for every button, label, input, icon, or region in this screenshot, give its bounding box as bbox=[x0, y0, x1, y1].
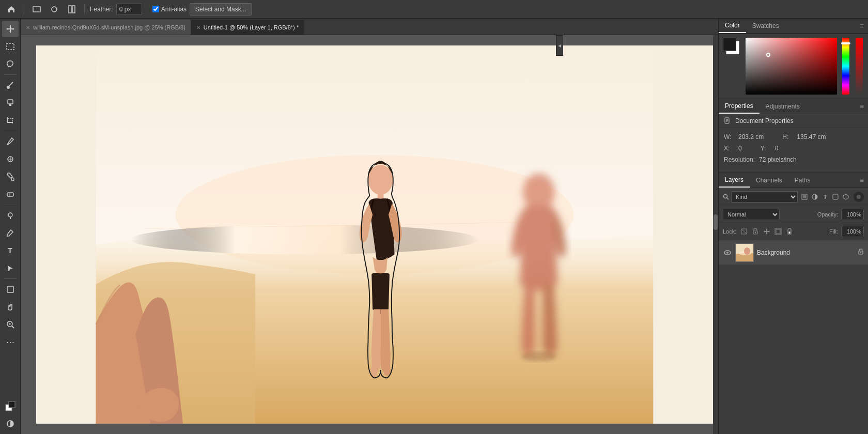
filter-toggle[interactable] bbox=[854, 192, 864, 202]
text-tool-btn[interactable]: T bbox=[2, 242, 19, 259]
eyedropper-tool-btn[interactable] bbox=[2, 133, 19, 150]
svg-rect-8 bbox=[8, 100, 13, 104]
dodge-tool-btn[interactable] bbox=[2, 207, 19, 224]
properties-tab[interactable]: Properties bbox=[719, 99, 760, 114]
filter-pixel-icon[interactable] bbox=[800, 192, 809, 202]
search-icon bbox=[723, 194, 729, 200]
svg-point-38 bbox=[368, 165, 393, 195]
svg-point-68 bbox=[860, 252, 861, 253]
color-swatches[interactable] bbox=[723, 38, 741, 56]
stamp-tool-btn[interactable] bbox=[2, 95, 19, 111]
adjustments-tab[interactable]: Adjustments bbox=[760, 100, 806, 113]
quick-mask-btn[interactable] bbox=[2, 415, 19, 432]
opacity-input[interactable] bbox=[841, 209, 864, 220]
lock-pixels-btn[interactable] bbox=[751, 227, 760, 236]
path-select-btn[interactable] bbox=[2, 260, 19, 276]
layer-visibility-toggle[interactable] bbox=[723, 248, 732, 257]
panel-collapse-button[interactable]: ◀ bbox=[556, 35, 563, 56]
tool-sep-2 bbox=[4, 131, 17, 131]
filter-shape-icon[interactable] bbox=[831, 192, 840, 202]
filter-adjustment-icon[interactable] bbox=[810, 192, 819, 202]
tool-sep-3 bbox=[4, 205, 17, 205]
marquee-tool-btn[interactable] bbox=[2, 38, 19, 55]
color-panel-menu[interactable]: ≡ bbox=[856, 20, 868, 32]
lock-artboard-btn[interactable] bbox=[773, 227, 783, 236]
blend-mode-select[interactable]: Normal bbox=[723, 209, 780, 220]
scrollbar-thumb[interactable] bbox=[714, 214, 718, 230]
doc-icon bbox=[724, 117, 731, 125]
top-toolbar: Feather: Anti-alias Select and Mask... bbox=[0, 0, 868, 19]
eraser-tool-btn[interactable] bbox=[2, 186, 19, 203]
brush-tool-btn[interactable] bbox=[2, 77, 19, 94]
svg-rect-5 bbox=[7, 43, 14, 50]
tab-2[interactable]: ✕ Untitled-1 @ 50% (Layer 1, RGB/8*) * bbox=[191, 20, 304, 35]
tool-sep-4 bbox=[4, 278, 17, 279]
layer-thumbnail bbox=[735, 243, 754, 262]
lasso-tool-btn[interactable] bbox=[2, 56, 19, 72]
svg-point-43 bbox=[521, 351, 556, 361]
svg-rect-51 bbox=[803, 195, 806, 198]
filter-smart-icon[interactable] bbox=[841, 192, 850, 202]
channels-tab[interactable]: Channels bbox=[750, 174, 788, 187]
filter-kind-select[interactable]: Kind bbox=[731, 191, 798, 203]
background-layer-item[interactable]: Background bbox=[719, 240, 868, 265]
lock-bar: Lock: bbox=[719, 223, 868, 240]
color-picker-cursor[interactable] bbox=[766, 53, 770, 57]
paths-tab[interactable]: Paths bbox=[788, 174, 817, 187]
canvas-viewport[interactable]: ◀ bbox=[21, 35, 718, 434]
lock-transparent-btn[interactable] bbox=[739, 227, 749, 236]
props-panel-menu[interactable]: ≡ bbox=[856, 100, 868, 113]
healing-tool-btn[interactable] bbox=[2, 151, 19, 167]
layers-panel-menu[interactable]: ≡ bbox=[856, 174, 868, 187]
tabs-bar: ✕ william-recinos-Qnd9uX6d-sM-unsplash.j… bbox=[21, 19, 718, 35]
zoom-tool-btn[interactable] bbox=[2, 316, 19, 333]
vertical-scrollbar[interactable] bbox=[713, 35, 718, 434]
paint-bucket-btn[interactable] bbox=[2, 168, 19, 185]
lock-all-btn[interactable] bbox=[785, 227, 794, 236]
hand-tool-btn[interactable] bbox=[2, 299, 19, 315]
filter-type-icon[interactable]: T bbox=[820, 192, 830, 202]
props-body: W: 203.2 cm H: 135.47 cm X: 0 Y: 0 Resol… bbox=[719, 128, 868, 173]
rect-marquee-icon[interactable] bbox=[29, 2, 44, 17]
layers-tab[interactable]: Layers bbox=[719, 173, 750, 188]
select-mask-button[interactable]: Select and Mask... bbox=[190, 3, 252, 16]
props-resolution-row: Resolution: 72 pixels/inch bbox=[724, 156, 863, 163]
swatches-tab[interactable]: Swatches bbox=[746, 19, 785, 33]
foreground-bg-icon[interactable] bbox=[2, 398, 19, 414]
svg-rect-3 bbox=[69, 6, 71, 13]
doc-properties-label: Document Properties bbox=[735, 117, 794, 125]
svg-point-41 bbox=[383, 364, 390, 376]
layers-panel: Layers Channels Paths ≡ Kind bbox=[719, 173, 868, 434]
tab-1-close[interactable]: ✕ bbox=[26, 25, 30, 30]
svg-point-18 bbox=[11, 178, 14, 181]
foreground-color-swatch[interactable] bbox=[723, 38, 736, 51]
tab-1[interactable]: ✕ william-recinos-Qnd9uX6d-sM-unsplash.j… bbox=[21, 20, 191, 35]
color-gradient-picker[interactable] bbox=[746, 38, 837, 95]
hue-cursor[interactable] bbox=[841, 42, 850, 44]
alpha-slider[interactable] bbox=[856, 38, 863, 95]
lock-icon bbox=[858, 249, 864, 255]
crop-tool-btn[interactable] bbox=[2, 112, 19, 129]
alpha-slider-container bbox=[855, 38, 864, 95]
pen-tool-btn[interactable] bbox=[2, 225, 19, 241]
antialias-checkbox[interactable] bbox=[152, 6, 159, 12]
tab-2-close[interactable]: ✕ bbox=[196, 25, 200, 30]
y-value: 0 bbox=[775, 145, 779, 152]
move-tool-btn[interactable] bbox=[2, 21, 19, 37]
left-toolbar: T bbox=[0, 19, 21, 434]
feather-input[interactable] bbox=[116, 4, 142, 15]
filter-type-icons: T bbox=[800, 192, 850, 202]
home-button[interactable] bbox=[4, 2, 19, 17]
ellipse-marquee-icon[interactable] bbox=[47, 2, 61, 17]
tab-2-label: Untitled-1 @ 50% (Layer 1, RGB/8*) * bbox=[204, 24, 299, 30]
shape-tool-btn[interactable] bbox=[2, 281, 19, 298]
antialias-label[interactable]: Anti-alias bbox=[152, 6, 187, 13]
color-tab[interactable]: Color bbox=[719, 19, 746, 33]
col-marquee-icon[interactable] bbox=[65, 2, 79, 17]
svg-rect-19 bbox=[7, 193, 13, 196]
hue-slider[interactable] bbox=[842, 38, 849, 95]
svg-point-57 bbox=[755, 232, 756, 233]
lock-move-btn[interactable] bbox=[762, 227, 771, 236]
more-tools-btn[interactable]: ⋯ bbox=[2, 334, 19, 350]
fill-input[interactable] bbox=[841, 226, 864, 237]
